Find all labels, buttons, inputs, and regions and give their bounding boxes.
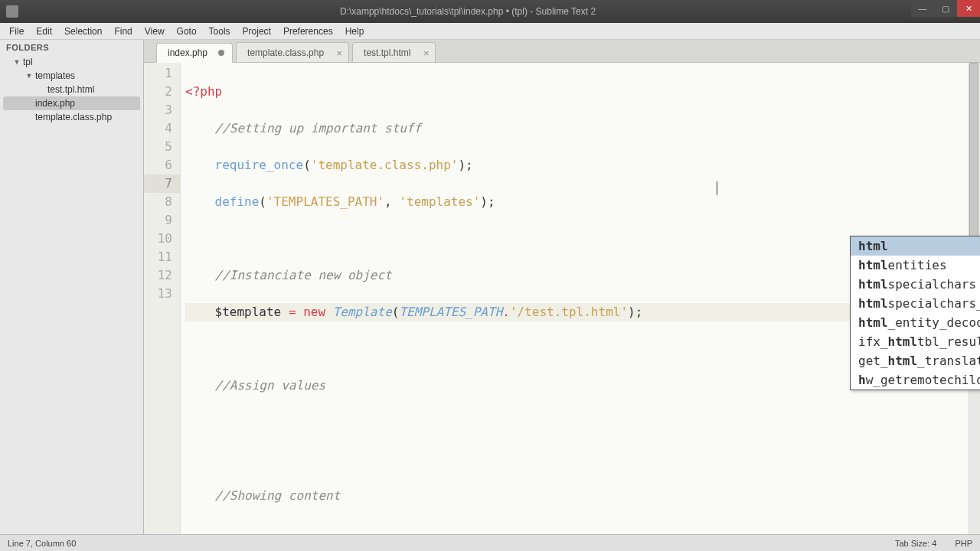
tree-file-index[interactable]: index.php xyxy=(3,96,140,110)
menu-edit[interactable]: Edit xyxy=(30,24,58,39)
text-cursor xyxy=(717,181,717,195)
sidebar: FOLDERS ▼ tpl ▼ templates test.tpl.html … xyxy=(0,40,144,534)
tab-label: index.php xyxy=(168,47,207,58)
status-bar: Line 7, Column 60 Tab Size: 4 PHP xyxy=(0,534,980,551)
menu-bar: File Edit Selection Find View Goto Tools… xyxy=(0,23,980,40)
menu-project[interactable]: Project xyxy=(237,24,277,39)
maximize-button[interactable]: ▢ xyxy=(934,0,957,17)
tab-label: test.tpl.html xyxy=(364,47,410,58)
main-area: FOLDERS ▼ tpl ▼ templates test.tpl.html … xyxy=(0,40,980,534)
autocomplete-item[interactable]: htmlspecialchars_decode xyxy=(851,294,980,313)
window-controls: — ▢ ✕ xyxy=(911,0,980,23)
autocomplete-item[interactable]: get_html_translat…table xyxy=(851,351,980,370)
autocomplete-item[interactable]: htmlentities xyxy=(851,256,980,275)
autocomplete-item[interactable]: htmlspecialchars xyxy=(851,275,980,294)
menu-find[interactable]: Find xyxy=(108,24,138,39)
autocomplete-popup: html html htmlentities htmlspecialchars … xyxy=(850,236,980,390)
tree-label: index.php xyxy=(34,98,75,109)
tree-label: test.tpl.html xyxy=(46,84,94,95)
tab-test-tpl[interactable]: test.tpl.html × xyxy=(352,42,436,62)
menu-tools[interactable]: Tools xyxy=(203,24,237,39)
tree-folder-tpl[interactable]: ▼ tpl xyxy=(3,55,140,69)
close-icon[interactable]: × xyxy=(337,47,343,57)
chevron-down-icon: ▼ xyxy=(12,58,21,66)
menu-selection[interactable]: Selection xyxy=(58,24,108,39)
tree-label: tpl xyxy=(21,57,33,67)
sidebar-header: FOLDERS xyxy=(0,40,143,55)
autocomplete-item[interactable]: html_entity_decode xyxy=(851,313,980,332)
tree-file-template-class[interactable]: template.class.php xyxy=(3,110,140,124)
menu-help[interactable]: Help xyxy=(339,24,371,39)
status-tab-size[interactable]: Tab Size: 4 xyxy=(895,539,936,548)
editor-area: index.php template.class.php × test.tpl.… xyxy=(144,40,980,534)
menu-file[interactable]: File xyxy=(3,24,30,39)
app-icon xyxy=(6,5,18,18)
tab-bar: index.php template.class.php × test.tpl.… xyxy=(144,40,980,63)
status-position: Line 7, Column 60 xyxy=(8,539,76,548)
close-button[interactable]: ✕ xyxy=(957,0,980,17)
autocomplete-item[interactable]: hw_getremotechildren xyxy=(851,370,980,390)
window-title: D:\xampp\htdocs\_tutorials\tpl\index.php… xyxy=(24,6,911,17)
chevron-down-icon: ▼ xyxy=(24,72,34,80)
tree-label: templates xyxy=(34,70,75,81)
menu-view[interactable]: View xyxy=(139,24,171,39)
folder-tree: ▼ tpl ▼ templates test.tpl.html index.ph… xyxy=(0,55,143,124)
dirty-indicator-icon xyxy=(218,50,224,56)
tree-folder-templates[interactable]: ▼ templates xyxy=(3,69,140,83)
close-icon[interactable]: × xyxy=(423,47,430,57)
autocomplete-item[interactable]: ifx_htmltbl_result xyxy=(851,332,980,351)
status-language[interactable]: PHP xyxy=(955,539,972,548)
autocomplete-item[interactable]: html html xyxy=(851,236,980,256)
tree-label: template.class.php xyxy=(34,112,112,122)
tab-label: template.class.php xyxy=(247,47,324,58)
line-gutter: 1 2 3 4 5 6 7 8 9 10 11 12 13 xyxy=(144,63,181,534)
menu-goto[interactable]: Goto xyxy=(171,24,203,39)
tab-index[interactable]: index.php xyxy=(156,43,233,63)
menu-preferences[interactable]: Preferences xyxy=(277,24,339,39)
tab-template-class[interactable]: template.class.php × xyxy=(236,42,349,62)
title-bar: D:\xampp\htdocs\_tutorials\tpl\index.php… xyxy=(0,0,980,23)
tree-file-test[interactable]: test.tpl.html xyxy=(3,83,140,96)
minimize-button[interactable]: — xyxy=(911,0,934,17)
